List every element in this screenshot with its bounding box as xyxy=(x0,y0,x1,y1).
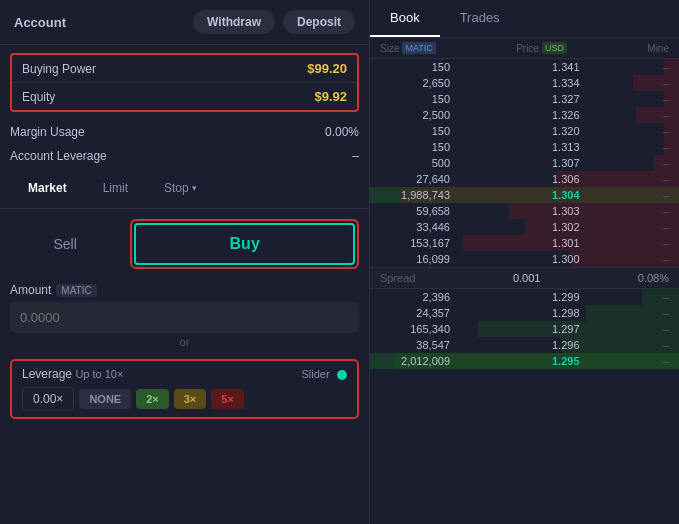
buy-sell-row: Sell Buy xyxy=(10,219,359,269)
leverage-2x-button[interactable]: 2× xyxy=(136,389,169,409)
usd-col-badge: USD xyxy=(542,42,567,54)
spread-value: 0.001 xyxy=(513,272,541,284)
row-size: 1,988,743 xyxy=(380,189,450,201)
sell-book-row[interactable]: 150 1.313 – xyxy=(370,139,679,155)
equity-value: $9.92 xyxy=(314,89,347,104)
tab-limit[interactable]: Limit xyxy=(85,176,146,200)
row-size: 150 xyxy=(380,141,450,153)
amount-label-text: Amount xyxy=(10,283,51,297)
row-price: 1.299 xyxy=(520,291,580,303)
row-size: 153,167 xyxy=(380,237,450,249)
tab-trades[interactable]: Trades xyxy=(440,0,520,37)
sell-book-row[interactable]: 150 1.327 – xyxy=(370,91,679,107)
buying-power-label: Buying Power xyxy=(22,62,96,76)
buy-book-row[interactable]: 38,547 1.296 – xyxy=(370,337,679,353)
spread-row: Spread 0.001 0.08% xyxy=(370,267,679,289)
sell-book-row[interactable]: 27,640 1.306 – xyxy=(370,171,679,187)
book-columns-header: Size MATIC Price USD Mine xyxy=(370,38,679,59)
buy-book-row[interactable]: 24,357 1.298 – xyxy=(370,305,679,321)
book-rows: 150 1.341 – 2,650 1.334 – 150 1.327 – 2,… xyxy=(370,59,679,524)
spread-pct: 0.08% xyxy=(638,272,669,284)
withdraw-button[interactable]: Withdraw xyxy=(193,10,275,34)
leverage-none-button[interactable]: NONE xyxy=(79,389,131,409)
row-mine: – xyxy=(649,307,669,319)
account-header: Account Withdraw Deposit xyxy=(0,0,369,45)
row-mine: – xyxy=(649,355,669,367)
row-price: 1.327 xyxy=(520,93,580,105)
right-panel: Book Trades Size MATIC Price USD Mine 15… xyxy=(370,0,679,524)
row-mine: – xyxy=(649,93,669,105)
sell-book-row[interactable]: 33,446 1.302 – xyxy=(370,219,679,235)
row-price: 1.304 xyxy=(520,189,580,201)
row-price: 1.295 xyxy=(520,355,580,367)
row-mine: – xyxy=(649,339,669,351)
leverage-upto: Up to 10× xyxy=(75,368,123,380)
leverage-3x-button[interactable]: 3× xyxy=(174,389,207,409)
row-size: 16,099 xyxy=(380,253,450,265)
slider-toggle[interactable]: Slider xyxy=(302,367,347,381)
sell-book-row[interactable]: 150 1.320 – xyxy=(370,123,679,139)
row-mine: – xyxy=(649,173,669,185)
margin-value: 0.00% xyxy=(325,125,359,139)
sell-button[interactable]: Sell xyxy=(10,226,120,262)
or-label: or xyxy=(10,333,359,351)
row-size: 38,547 xyxy=(380,339,450,351)
buy-button[interactable]: Buy xyxy=(134,223,355,265)
row-price: 1.326 xyxy=(520,109,580,121)
row-price: 1.298 xyxy=(520,307,580,319)
sell-book-row[interactable]: 500 1.307 – xyxy=(370,155,679,171)
row-price: 1.334 xyxy=(520,77,580,89)
left-panel: Account Withdraw Deposit Buying Power $9… xyxy=(0,0,370,524)
leverage-section: Leverage Up to 10× Slider 0.00× NONE 2× … xyxy=(10,359,359,419)
tab-stop[interactable]: Stop ▾ xyxy=(146,176,215,200)
row-size: 24,357 xyxy=(380,307,450,319)
row-mine: – xyxy=(649,237,669,249)
sell-book-row[interactable]: 2,500 1.326 – xyxy=(370,107,679,123)
buy-sell-section: Sell Buy xyxy=(0,209,369,275)
row-size: 33,446 xyxy=(380,221,450,233)
buy-button-container: Buy xyxy=(130,219,359,269)
sell-book-row[interactable]: 16,099 1.300 – xyxy=(370,251,679,267)
size-col-label: Size MATIC xyxy=(380,42,436,54)
row-price: 1.300 xyxy=(520,253,580,265)
tab-book[interactable]: Book xyxy=(370,0,440,37)
row-mine: – xyxy=(649,205,669,217)
account-leverage-value: – xyxy=(352,149,359,163)
buy-book-row[interactable]: 165,340 1.297 – xyxy=(370,321,679,337)
tab-market[interactable]: Market xyxy=(10,176,85,200)
row-mine: – xyxy=(649,323,669,335)
buy-book-row[interactable]: 2,396 1.299 – xyxy=(370,289,679,305)
sell-book-row[interactable]: 2,650 1.334 – xyxy=(370,75,679,91)
slider-dot-icon xyxy=(337,370,347,380)
account-title: Account xyxy=(14,15,185,30)
buying-power-row: Buying Power $99.20 xyxy=(12,55,357,83)
sell-book-row[interactable]: 153,167 1.301 – xyxy=(370,235,679,251)
sell-book-row[interactable]: 150 1.341 – xyxy=(370,59,679,75)
order-type-tabs: Market Limit Stop ▾ xyxy=(0,168,369,209)
row-size: 150 xyxy=(380,125,450,137)
leverage-5x-button[interactable]: 5× xyxy=(211,389,244,409)
row-price: 1.297 xyxy=(520,323,580,335)
row-mine: – xyxy=(649,77,669,89)
row-mine: – xyxy=(649,61,669,73)
sell-book-row[interactable]: 1,988,743 1.304 – xyxy=(370,187,679,203)
row-mine: – xyxy=(649,253,669,265)
row-size: 27,640 xyxy=(380,173,450,185)
matic-badge: MATIC xyxy=(56,284,96,297)
row-price: 1.301 xyxy=(520,237,580,249)
row-mine: – xyxy=(649,291,669,303)
row-size: 500 xyxy=(380,157,450,169)
row-size: 165,340 xyxy=(380,323,450,335)
deposit-button[interactable]: Deposit xyxy=(283,10,355,34)
row-mine: – xyxy=(649,125,669,137)
row-size: 2,396 xyxy=(380,291,450,303)
leverage-label: Leverage Up to 10× xyxy=(22,367,123,381)
row-price: 1.302 xyxy=(520,221,580,233)
amount-input[interactable] xyxy=(20,310,349,325)
book-header: Book Trades xyxy=(370,0,679,38)
sell-book-row[interactable]: 59,658 1.303 – xyxy=(370,203,679,219)
spread-label: Spread xyxy=(380,272,415,284)
row-mine: – xyxy=(649,221,669,233)
buy-book-row[interactable]: 2,012,009 1.295 – xyxy=(370,353,679,369)
amount-section: Amount MATIC or xyxy=(0,275,369,355)
